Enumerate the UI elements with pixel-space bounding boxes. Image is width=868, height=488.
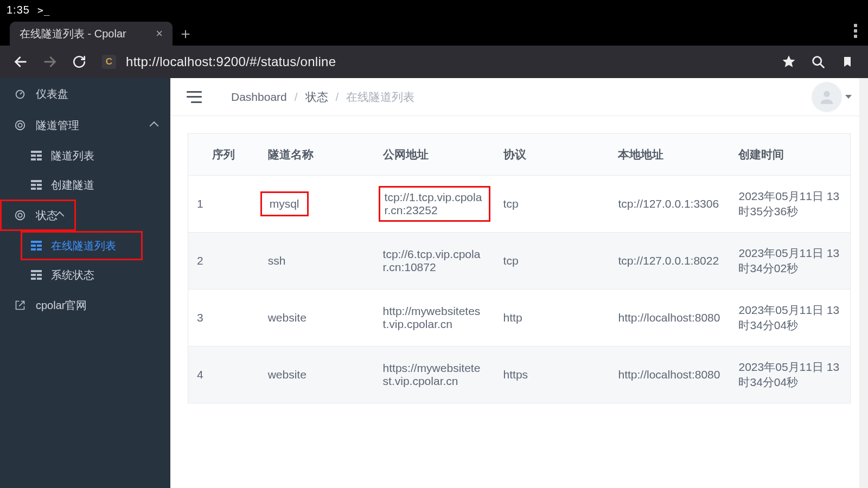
svg-rect-28 [37,278,42,280]
lifebuoy-icon [14,209,26,221]
cell-index: 1 [188,176,259,233]
svg-line-3 [820,64,824,68]
svg-rect-21 [37,245,42,247]
bookmarks-list-icon[interactable] [838,52,857,72]
cell-name: website [259,290,374,346]
col-local: 本地地址 [609,134,730,176]
cell-name: website [259,346,374,403]
breadcrumb: Dashboard / 状态 / 在线隧道列表 [231,89,414,105]
svg-rect-25 [31,274,36,276]
browser-toolbar: C http://localhost:9200/#/status/online [0,46,868,78]
cell-proto: https [495,346,610,403]
grid-icon [30,179,42,191]
main-area: Dashboard / 状态 / 在线隧道列表 序列 隧道名称 [170,78,868,488]
table-header-row: 序列 隧道名称 公网地址 协议 本地地址 创建时间 [188,134,851,176]
cell-index: 2 [188,233,259,290]
content: 序列 隧道名称 公网地址 协议 本地地址 创建时间 1 mysql tcp://… [170,116,868,421]
svg-rect-8 [31,155,36,157]
table-row: 4 website https://mywebsitetest.vip.cpol… [188,346,851,403]
svg-rect-15 [31,188,36,190]
back-button[interactable] [11,52,30,72]
sidebar-item-online-tunnels[interactable]: 在线隧道列表 [21,231,143,260]
col-created: 创建时间 [730,134,850,176]
svg-point-5 [16,121,25,130]
sidebar-item-tunnel-list[interactable]: 隧道列表 [0,141,170,170]
svg-rect-27 [31,278,36,280]
grid-icon [30,240,42,252]
user-menu[interactable] [812,82,852,112]
sidebar-item-label: 隧道管理 [36,118,79,133]
grid-icon [30,150,42,162]
gauge-icon [14,88,26,100]
browser-menu-icon[interactable] [854,24,857,38]
grid-icon [30,269,42,281]
col-proto: 协议 [495,134,610,176]
cell-local: http://localhost:8080 [609,346,730,403]
cell-name: mysql [259,176,374,233]
svg-rect-13 [31,184,36,186]
sidebar-toggle-button[interactable] [187,91,202,103]
sidebar-item-system-status[interactable]: 系统状态 [0,260,170,290]
browser-chrome: 在线隧道列表 - Cpolar × ＋ C http://localhost:9… [0,20,868,78]
cell-proto: tcp [495,233,610,290]
breadcrumb-current: 在线隧道列表 [346,89,414,105]
cell-created: 2023年05月11日 13时34分04秒 [730,290,850,346]
sidebar-item-official-site[interactable]: cpolar官网 [0,290,170,321]
cell-created: 2023年05月11日 13时34分04秒 [730,346,850,403]
sidebar-item-label: cpolar官网 [36,298,87,313]
cell-created: 2023年05月11日 13时34分02秒 [730,233,850,290]
svg-rect-16 [37,188,42,190]
cell-index: 4 [188,346,259,403]
col-name: 隧道名称 [259,134,374,176]
svg-rect-9 [37,155,42,157]
browser-tab-title: 在线隧道列表 - Cpolar [20,27,139,41]
browser-tab-active[interactable]: 在线隧道列表 - Cpolar × [10,22,173,46]
table-row: 3 website http://mywebsitetest.vip.cpola… [188,290,851,346]
sidebar-item-label: 隧道列表 [51,149,94,163]
reload-button[interactable] [69,52,89,72]
svg-rect-7 [31,151,42,153]
browser-tabstrip: 在线隧道列表 - Cpolar × ＋ [0,20,868,46]
cell-local: http://localhost:8080 [609,290,730,346]
tunnels-table: 序列 隧道名称 公网地址 协议 本地地址 创建时间 1 mysql tcp://… [188,133,851,403]
bookmark-star-icon[interactable] [779,52,799,72]
find-in-page-icon[interactable] [808,52,828,72]
cell-proto: tcp [495,176,610,233]
new-tab-button[interactable]: ＋ [173,22,199,46]
sidebar-item-tunnel-management[interactable]: 隧道管理 [0,110,170,141]
terminal-prompt-icon: >_ [37,4,50,16]
page-scrollbar[interactable] [859,78,868,488]
table-row: 1 mysql tcp://1.tcp.vip.cpolar.cn:23252 … [188,176,851,233]
svg-point-29 [824,91,829,97]
col-public: 公网地址 [374,134,495,176]
chevron-down-icon [845,95,852,99]
tab-close-icon[interactable]: × [152,25,166,42]
svg-rect-14 [37,184,42,186]
svg-rect-12 [31,180,42,182]
breadcrumb-dashboard[interactable]: Dashboard [231,91,287,104]
forward-button[interactable] [40,52,60,72]
sidebar-item-label: 创建隧道 [51,178,94,192]
cell-proto: http [495,290,610,346]
lifebuoy-icon [14,119,26,131]
sidebar-item-label: 状态 [36,208,58,223]
address-bar[interactable]: http://localhost:9200/#/status/online [126,54,769,69]
cell-public: tcp://1.tcp.vip.cpolar.cn:23252 [374,176,495,233]
cell-public: http://mywebsitetest.vip.cpolar.cn [374,290,495,346]
sidebar-item-label: 系统状态 [51,268,94,282]
breadcrumb-status[interactable]: 状态 [305,89,328,105]
svg-rect-22 [31,248,36,251]
sidebar-item-label: 仪表盘 [36,87,68,101]
svg-rect-24 [31,270,42,272]
svg-rect-26 [37,274,42,276]
site-favicon: C [102,55,116,69]
sidebar-item-create-tunnel[interactable]: 创建隧道 [0,170,170,200]
breadcrumb-separator: / [336,91,339,104]
cell-name: ssh [259,233,374,290]
avatar [812,82,842,112]
android-system-bar: 1:35 >_ [0,0,868,20]
sidebar-item-status[interactable]: 状态 [0,200,76,231]
svg-rect-19 [31,241,42,243]
table-row: 2 ssh tcp://6.tcp.vip.cpolar.cn:10872 tc… [188,233,851,290]
sidebar-item-dashboard[interactable]: 仪表盘 [0,78,170,110]
